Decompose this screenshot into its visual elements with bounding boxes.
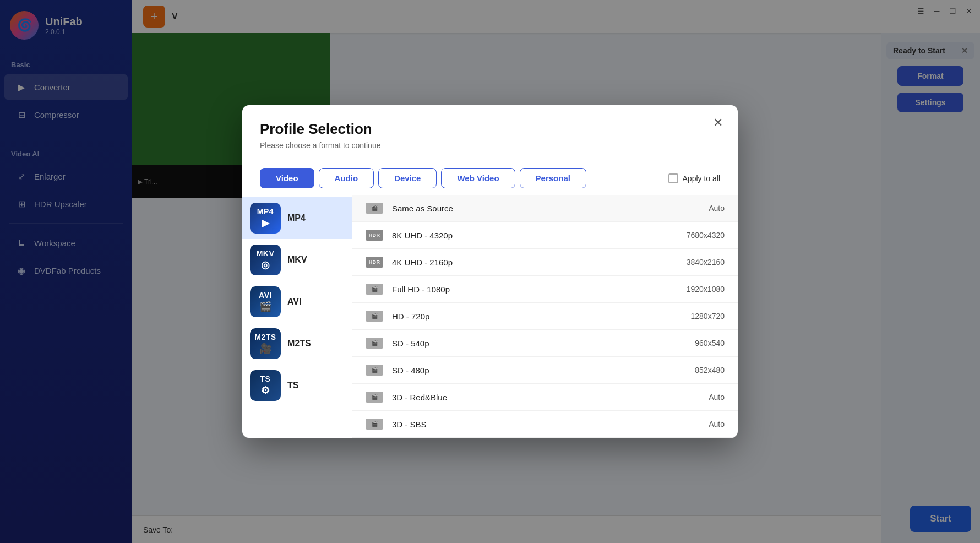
format-item-m2ts[interactable]: M2TS 🎥 M2TS — [242, 323, 352, 365]
format-name-mkv: MKV — [287, 255, 307, 265]
format-item-mp4[interactable]: MP4 ▶ MP4 — [242, 197, 352, 239]
format-name-avi: AVI — [287, 297, 301, 307]
quality-res-3d-sbs: Auto — [669, 420, 725, 428]
quality-name-3d-sbs: 3D - SBS — [392, 420, 661, 429]
mkv-icon: MKV ◎ — [250, 245, 281, 275]
profile-selection-modal: Profile Selection Please choose a format… — [242, 105, 738, 438]
modal-close-button[interactable]: ✕ — [709, 114, 727, 132]
vid-icon-3d-rb: 🎬 — [366, 392, 383, 403]
quality-name-480: SD - 480p — [392, 366, 661, 375]
format-list: MP4 ▶ MP4 MKV ◎ MKV AVI — [242, 195, 352, 438]
tab-video[interactable]: Video — [260, 168, 314, 188]
quality-name-720: HD - 720p — [392, 312, 661, 321]
apply-all-area: Apply to all — [668, 173, 720, 183]
quality-row-3d-sbs[interactable]: 🎬 3D - SBS Auto — [352, 411, 738, 438]
quality-res-8k: 7680x4320 — [669, 231, 725, 240]
avi-icon: AVI 🎬 — [250, 286, 281, 317]
modal-title: Profile Selection — [260, 121, 720, 138]
vid-icon-3d-sbs: 🎬 — [366, 419, 383, 430]
apply-all-checkbox[interactable] — [668, 173, 678, 183]
quality-row-1080p[interactable]: 🎬 Full HD - 1080p 1920x1080 — [352, 276, 738, 303]
tab-web-video[interactable]: Web Video — [441, 168, 515, 188]
quality-row-same-source[interactable]: 🎬 Same as Source Auto — [352, 195, 738, 222]
quality-row-4k[interactable]: HDR 4K UHD - 2160p 3840x2160 — [352, 249, 738, 276]
apply-all-label: Apply to all — [683, 174, 720, 183]
modal-tabs: Video Audio Device Web Video Personal Ap… — [242, 159, 738, 188]
quality-row-480p[interactable]: 🎬 SD - 480p 852x480 — [352, 357, 738, 384]
hdr-icon-4k: HDR — [366, 257, 383, 268]
tab-personal[interactable]: Personal — [520, 168, 586, 188]
format-name-mp4: MP4 — [287, 213, 306, 223]
quality-name-540: SD - 540p — [392, 339, 661, 348]
quality-list: 🎬 Same as Source Auto HDR 8K UHD - 4320p… — [352, 195, 738, 438]
quality-row-720p[interactable]: 🎬 HD - 720p 1280x720 — [352, 303, 738, 330]
quality-res-3d-rb: Auto — [669, 393, 725, 401]
m2ts-icon: M2TS 🎥 — [250, 328, 281, 359]
modal-subtitle: Please choose a format to continue — [260, 141, 720, 150]
quality-row-8k[interactable]: HDR 8K UHD - 4320p 7680x4320 — [352, 222, 738, 249]
format-item-mkv[interactable]: MKV ◎ MKV — [242, 239, 352, 281]
quality-res-4k: 3840x2160 — [669, 258, 725, 267]
quality-name-8k: 8K UHD - 4320p — [392, 231, 661, 240]
modal-body: MP4 ▶ MP4 MKV ◎ MKV AVI — [242, 195, 738, 438]
modal-header: Profile Selection Please choose a format… — [242, 105, 738, 159]
quality-row-3d-rb[interactable]: 🎬 3D - Red&Blue Auto — [352, 384, 738, 411]
quality-name-source: Same as Source — [392, 204, 661, 213]
quality-res-source: Auto — [669, 204, 725, 213]
mp4-icon: MP4 ▶ — [250, 203, 281, 234]
quality-name-4k: 4K UHD - 2160p — [392, 258, 661, 267]
format-name-m2ts: M2TS — [287, 339, 311, 349]
quality-name-1080: Full HD - 1080p — [392, 285, 661, 294]
vid-icon-source: 🎬 — [366, 203, 383, 214]
vid-icon-540: 🎬 — [366, 338, 383, 349]
format-item-avi[interactable]: AVI 🎬 AVI — [242, 281, 352, 323]
format-name-ts: TS — [287, 381, 298, 390]
hdr-icon-8k: HDR — [366, 230, 383, 241]
quality-row-540p[interactable]: 🎬 SD - 540p 960x540 — [352, 330, 738, 357]
tab-device[interactable]: Device — [378, 168, 437, 188]
vid-icon-1080: 🎬 — [366, 284, 383, 295]
quality-name-3d-rb: 3D - Red&Blue — [392, 393, 661, 402]
quality-res-1080: 1920x1080 — [669, 285, 725, 294]
tab-audio[interactable]: Audio — [319, 168, 374, 188]
quality-res-720: 1280x720 — [669, 312, 725, 321]
vid-icon-480: 🎬 — [366, 365, 383, 376]
quality-res-480: 852x480 — [669, 366, 725, 374]
quality-res-540: 960x540 — [669, 339, 725, 347]
ts-icon: TS ⚙ — [250, 370, 281, 401]
vid-icon-720: 🎬 — [366, 311, 383, 322]
format-item-ts[interactable]: TS ⚙ TS — [242, 365, 352, 406]
